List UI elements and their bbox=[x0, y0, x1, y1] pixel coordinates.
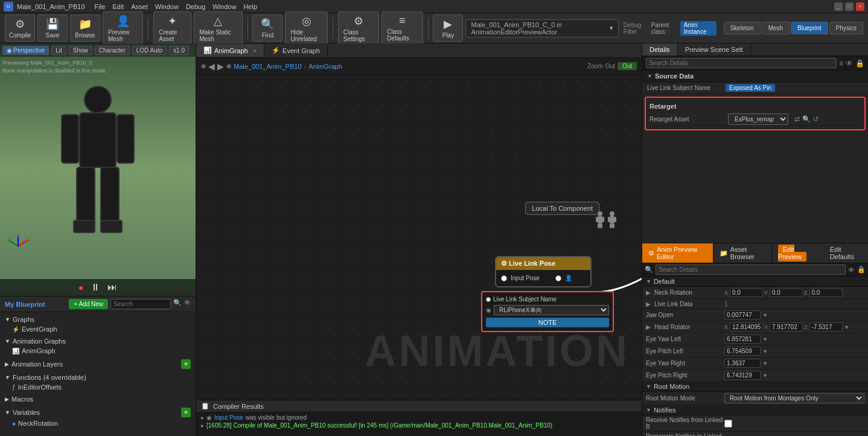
hide-unrelated-button[interactable]: ◎ Hide Unrelated bbox=[285, 11, 327, 45]
receive-notifies-checkbox[interactable] bbox=[724, 420, 732, 428]
blueprint-search[interactable] bbox=[110, 299, 171, 309]
tab-preview-scene[interactable]: Preview Scene Sett bbox=[678, 43, 751, 56]
class-settings-button[interactable]: ⚙ Class Settings bbox=[338, 11, 379, 45]
live-link-pose-node[interactable]: ⚙ Live Link Pose Input Pose 👤 bbox=[495, 256, 592, 287]
tab-anim-preview-editor[interactable]: ⚙ Anim Preview Editor bbox=[642, 243, 713, 263]
maximize-button[interactable]: □ bbox=[845, 2, 854, 11]
edit-preview-button[interactable]: Edit Preview bbox=[772, 243, 824, 263]
add-variable-button[interactable]: + bbox=[181, 408, 191, 417]
source-data-header[interactable]: ▼ Source Data bbox=[642, 71, 868, 82]
head-arrow[interactable]: ▾ bbox=[845, 324, 848, 330]
record-button[interactable]: ● bbox=[78, 283, 83, 292]
eye-icon[interactable]: 👁 bbox=[184, 299, 191, 309]
head-expand[interactable]: ▶ bbox=[646, 324, 651, 330]
subject-dropdown[interactable]: RLiPhoneX单向 bbox=[494, 305, 609, 315]
neck-rotation-item[interactable]: ● NeckRotation bbox=[2, 418, 193, 428]
output-pin[interactable] bbox=[555, 275, 561, 281]
eye-pitch-right-arrow[interactable]: ▾ bbox=[764, 372, 767, 379]
menu-debug[interactable]: Debug bbox=[186, 3, 205, 10]
arrow-icon[interactable]: ⇄ bbox=[794, 115, 800, 123]
preview-mesh-button[interactable]: 👤 Preview Mesh bbox=[103, 11, 143, 45]
make-static-mesh-button[interactable]: △ Make Static Mesh bbox=[194, 11, 243, 45]
details-search-input[interactable] bbox=[646, 58, 837, 68]
menu-window[interactable]: Window bbox=[155, 3, 179, 10]
search-icon[interactable]: 🔍 bbox=[173, 299, 182, 309]
neck-y-input[interactable] bbox=[770, 288, 803, 297]
notifies-header[interactable]: ▼ Notifies bbox=[642, 405, 868, 415]
input-pose-link[interactable]: Input Pose bbox=[214, 414, 243, 421]
head-z-input[interactable] bbox=[809, 322, 843, 332]
eye-pitch-right-input[interactable] bbox=[724, 371, 761, 380]
event-graph-item[interactable]: ⚡ EventGraph bbox=[2, 324, 193, 334]
menu-asset[interactable]: Asset bbox=[131, 3, 148, 10]
home-icon[interactable]: ⊕ bbox=[201, 63, 206, 69]
subject-name-box[interactable]: Live Link Subject Name ◉ RLiPhoneX单向 NOT… bbox=[481, 291, 614, 332]
back-icon[interactable]: ◀ bbox=[208, 62, 215, 71]
forward-icon[interactable]: ▶ bbox=[217, 62, 224, 71]
lock-icon[interactable]: 🔒 bbox=[855, 59, 864, 68]
class-defaults-button[interactable]: ≡ Class Defaults bbox=[381, 11, 423, 45]
menu-window2[interactable]: Window bbox=[212, 3, 236, 10]
tab-close-icon[interactable]: × bbox=[253, 47, 257, 54]
menu-help[interactable]: Help bbox=[243, 3, 257, 10]
find-button[interactable]: 🔍 Find bbox=[252, 14, 282, 42]
anim-graph-item[interactable]: 📊 AnimGraph bbox=[2, 346, 193, 356]
tab-anim-graph[interactable]: 📊 AnimGraph × bbox=[196, 44, 264, 57]
anim-preview-search-input[interactable] bbox=[656, 264, 846, 275]
zoom-button[interactable]: x1.0 bbox=[169, 46, 189, 55]
list-icon[interactable]: ≡ bbox=[839, 59, 843, 68]
minimize-button[interactable]: _ bbox=[834, 2, 843, 11]
eye-icon[interactable]: 👁 bbox=[848, 266, 855, 274]
anim-graphs-header[interactable]: ▼ Animation Graphs bbox=[2, 336, 193, 346]
graphs-section-header[interactable]: ▼ Graphs bbox=[2, 315, 193, 324]
functions-header[interactable]: ▼ Functions (4 overridable) bbox=[2, 373, 193, 382]
show-button[interactable]: Show bbox=[69, 46, 92, 55]
exposed-pin-badge[interactable]: Exposed As Pin bbox=[726, 84, 775, 92]
add-animation-layer-button[interactable]: + bbox=[181, 359, 191, 369]
physics-mode-button[interactable]: Physics bbox=[829, 22, 863, 34]
character-button[interactable]: Character bbox=[95, 46, 130, 55]
eye-pitch-left-input[interactable] bbox=[724, 347, 761, 356]
in-editor-offsets-item[interactable]: ƒ InEditorOffsets bbox=[2, 382, 193, 392]
menu-edit[interactable]: Edit bbox=[112, 3, 124, 10]
retarget-asset-dropdown[interactable]: ExPlus_remap bbox=[728, 114, 788, 125]
eye-icon[interactable]: 👁 bbox=[846, 59, 853, 68]
variables-header[interactable]: ▼ Variables + bbox=[2, 406, 193, 418]
play-button[interactable]: ▶ Play bbox=[433, 14, 463, 42]
compile-button[interactable]: ⚙ Compile bbox=[5, 14, 35, 42]
debug-filter-dropdown[interactable]: Male_001_Anim_PB10_C_0 in AnimationEdito… bbox=[465, 19, 618, 37]
menu-file[interactable]: File bbox=[95, 3, 106, 10]
perspective-button[interactable]: ◉ Perspective bbox=[2, 46, 49, 55]
jaw-open-arrow[interactable]: ▾ bbox=[764, 312, 767, 318]
tab-asset-browser[interactable]: 📁 Asset Browser bbox=[713, 243, 772, 263]
local-to-component-node[interactable]: Local To Component bbox=[525, 202, 599, 215]
out-button[interactable]: Out bbox=[617, 62, 637, 70]
macros-header[interactable]: ▶ Macros bbox=[2, 394, 193, 404]
close-button[interactable]: × bbox=[856, 2, 864, 11]
blueprint-mode-button[interactable]: Blueprint bbox=[791, 22, 828, 34]
lod-button[interactable]: LOD Auto bbox=[132, 46, 167, 55]
lock-icon[interactable]: 🔒 bbox=[857, 266, 866, 274]
edit-defaults-button[interactable]: Edit Defaults bbox=[824, 243, 868, 263]
pause-button[interactable]: ⏸ bbox=[91, 282, 100, 293]
tab-details[interactable]: Details bbox=[642, 43, 678, 56]
refresh-icon[interactable]: ↺ bbox=[813, 115, 819, 123]
mesh-mode-button[interactable]: Mesh bbox=[762, 22, 790, 34]
eye-yaw-left-arrow[interactable]: ▾ bbox=[764, 336, 767, 342]
eye-yaw-left-input[interactable] bbox=[724, 335, 761, 344]
head-x-input[interactable] bbox=[730, 322, 763, 332]
step-button[interactable]: ⏭ bbox=[107, 282, 117, 293]
jaw-open-input[interactable] bbox=[724, 310, 761, 319]
expand-icon[interactable]: ▶ bbox=[646, 289, 651, 296]
eye-pitch-left-arrow[interactable]: ▾ bbox=[764, 348, 767, 354]
graph-area[interactable]: ANIMATION ⚙ Live Link Pose bbox=[196, 75, 642, 400]
search-icon[interactable]: 🔍 bbox=[802, 115, 811, 123]
eye-yaw-right-arrow[interactable]: ▾ bbox=[764, 360, 767, 367]
expand-icon-2[interactable]: ▶ bbox=[646, 301, 651, 307]
root-motion-header[interactable]: ▼ Root Motion bbox=[642, 382, 868, 392]
input-pin[interactable] bbox=[501, 275, 507, 281]
root-motion-dropdown[interactable]: Root Motion from Montages Only bbox=[724, 393, 864, 403]
browse-button[interactable]: 📁 Browse bbox=[70, 14, 100, 42]
head-y-input[interactable] bbox=[770, 322, 803, 332]
skeleton-mode-button[interactable]: Skeleton bbox=[724, 22, 761, 34]
